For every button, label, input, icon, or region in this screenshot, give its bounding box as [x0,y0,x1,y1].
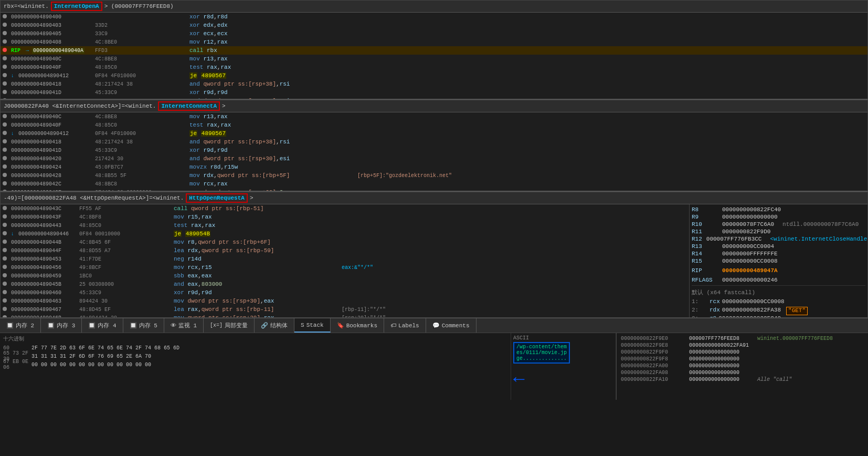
breakpoint-dot[interactable] [3,240,7,244]
breakpoint-dot[interactable] [3,139,7,143]
stack-row-7[interactable]: 00000000822FA10 0000000000000000 Alle "c… [619,376,866,383]
breakpoint-dot[interactable] [3,114,7,118]
breakpoint-dot[interactable] [3,56,7,60]
table-row[interactable]: 000000000489040F 48:85C0 test rax,rax [1,121,867,129]
table-row[interactable]: 000000000489045B 25 00308000 and eax,803… [1,280,689,288]
table-row[interactable]: ↓ 0000000004890412 0F84 4F010000 je 4890… [1,129,867,138]
breakpoint-dot[interactable] [3,14,7,18]
table-row-rip[interactable]: RIP → 000000000489040A FFD3 call rbx [1,46,867,55]
tab-stack[interactable]: S Stack [294,318,331,333]
table-row[interactable]: 000000000489041D 45:33C9 xor r9d,r9d [1,88,867,97]
table-row[interactable]: 0000000004890428 48:8B55 5F mov rdx,qwor… [1,171,867,180]
table-row[interactable]: 0000000004890403 33D2 xor edx,edx [1,21,867,29]
breakpoint-dot[interactable] [3,131,7,135]
tab-struct[interactable]: 🔗 结构体 [255,318,294,333]
table-row[interactable]: 0000000004890459 1BC0 sbb eax,eax [1,272,689,280]
table-row[interactable]: 000000000489040F 48:85C0 test rax,rax [1,63,867,71]
breakpoint-dot[interactable] [3,248,7,252]
table-row[interactable]: 0000000004890460 45:33C9 xor r9d,r9d [1,288,689,297]
table-row[interactable]: 0000000004890405 33C9 xor ecx,ecx [1,29,867,38]
breakpoint-dot[interactable] [3,65,7,69]
table-row[interactable]: ↓ 0000000004890412 0F84 4F010000 je 4890… [1,71,867,80]
table-row[interactable]: 000000000489043C FF55 AF call qword ptr … [1,204,689,213]
breakpoint-dot[interactable] [3,273,7,277]
stack-row-5[interactable]: 00000000822FA00 0000000000000000 [619,362,866,369]
stack-row-2[interactable]: 00000000822F9E8 000000000000022FA91 [619,342,866,349]
table-row[interactable]: 0000000004890467 48:8D45 EF lea rax,qwor… [1,305,689,314]
stack-addr-3: 00000000822F9F0 [619,349,687,356]
breakpoint-dot[interactable] [3,214,7,219]
table-row[interactable]: 0000000004890463 894424 30 mov dword ptr… [1,297,689,305]
middle-disasm-scroll[interactable]: 000000000489040C 4C:8BE8 mov r13,rax 000… [1,112,867,192]
breakpoint-dot-active[interactable] [3,48,7,52]
table-row[interactable]: 000000000489044B 4C:8B45 6F mov r8,qword… [1,238,689,246]
breakpoint-dot[interactable] [3,206,7,210]
table-row[interactable]: ↓ 0000000004890446 0F84 00010000 je 4890… [1,230,689,238]
table-row[interactable]: 000000000489040C 4C:8BE8 mov r13,rax [1,112,867,121]
comment [355,80,867,88]
stack-row-4[interactable]: 00000000822F9F8 0000000000000000 [619,356,866,362]
table-row[interactable]: 0000000004890400 xor r8d,r8d [1,13,867,21]
stack-row-1[interactable]: 00000000822F9E0 000007FF776FEED8 wininet… [619,335,866,342]
breakpoint-dot[interactable] [3,31,7,35]
table-row[interactable]: 000000000489042C 48:8BC8 mov rcx,rax [1,180,867,188]
table-row[interactable]: 0000000004890408 4C:8BE0 mov r12,rax [1,38,867,46]
table-row[interactable]: 0000000004890418 48:217424 38 and qword … [1,80,867,88]
table-row[interactable]: 0000000004890453 41:F7DE neg r14d [1,255,689,263]
table-row[interactable]: 0000000004890443 48:85C0 test rax,rax [1,221,689,230]
tab-memory4[interactable]: 🔲 内存 4 [82,318,123,333]
tab-monitor1[interactable]: 👁 监视 1 [164,318,204,333]
breakpoint-dot[interactable] [3,148,7,152]
breakpoint-dot[interactable] [3,81,7,86]
breakpoint-dot[interactable] [3,23,7,27]
bytes: 33C9 [93,29,187,38]
breakpoint-dot[interactable] [3,122,7,127]
table-row[interactable]: 0000000004890424 45:0FB7C7 movzx r8d,r15… [1,163,867,171]
tab-labels[interactable]: 🏷 Labels [384,318,426,333]
breakpoint-dot[interactable] [3,73,7,77]
breakpoint-dot[interactable] [3,39,7,44]
breakpoint-dot[interactable] [3,90,7,94]
breakpoint-dot[interactable] [3,181,7,185]
table-row[interactable]: 000000000489041D 45:33C9 xor r9d,r9d [1,146,867,154]
breakpoint-dot[interactable] [3,223,7,227]
address: 0000000004890418 [11,139,61,145]
bytes: 48:8BC8 [93,180,187,188]
stack-inner: 00000000822F9E0 000007FF776FEED8 wininet… [617,333,868,400]
breakpoint-dot[interactable] [3,164,7,169]
tab-struct-icon: 🔗 [261,322,268,329]
tab-bookmarks[interactable]: 🔖 Bookmarks [331,318,384,333]
bottom-disasm-left[interactable]: 000000000489043C FF55 AF call qword ptr … [1,204,689,318]
top-disasm-scroll[interactable]: 0000000004890400 xor r8d,r8d 00000000048… [1,13,867,100]
stack-row-6[interactable]: 00000000822FA08 0000000000000000 [619,369,866,376]
stack-addr-7: 00000000822FA10 [619,376,687,383]
tab-memory2[interactable]: 🔲 内存 2 [0,318,41,333]
stack-view[interactable]: 00000000822F9E0 000007FF776FEED8 wininet… [617,333,868,400]
breakpoint-dot[interactable] [3,315,7,318]
stack-comment-4 [755,356,866,362]
table-row[interactable]: 000000000489044F 48:8D55 A7 lea rdx,qwor… [1,246,689,255]
table-row[interactable]: 000000000489043F 4C:8BF8 mov r15,rax [1,213,689,221]
breakpoint-dot[interactable] [3,298,7,303]
tab-comments[interactable]: 💬 Comments [426,318,477,333]
reg-rflags-name: RFLAGS [692,277,718,283]
breakpoint-dot[interactable] [3,282,7,286]
breakpoint-dot[interactable] [3,173,7,177]
breakpoint-dot[interactable] [3,290,7,294]
breakpoint-dot[interactable] [3,256,7,261]
breakpoint-dot[interactable] [3,307,7,311]
table-row[interactable]: 0000000004890456 49:8BCF mov rcx,r15 eax… [1,263,689,272]
tab-locals[interactable]: [x=] 局部变量 [204,318,255,333]
table-row[interactable]: 0000000004890418 48:217424 38 and qword … [1,138,867,146]
breakpoint-dot[interactable] [3,231,7,235]
tab-memory5[interactable]: 🔲 内存 5 [123,318,164,333]
breakpoint-dot[interactable] [3,265,7,269]
reg-r9-row: R9 0000000000000000 [692,214,865,220]
stack-row-3[interactable]: 00000000822F9F0 0000000000000000 [619,349,866,356]
table-row[interactable]: 000000000489042E C74424 28 03000000 mov … [1,188,867,192]
table-row[interactable]: 0000000004890420 217424 30 and dword ptr… [1,154,867,163]
tab-memory3[interactable]: 🔲 内存 3 [41,318,82,333]
breakpoint-dot[interactable] [3,156,7,160]
table-row[interactable]: 000000000489046B 48:894424 28 mov qword … [1,314,689,318]
table-row[interactable]: 000000000489040C 4C:8BE8 mov r13,rax [1,55,867,63]
